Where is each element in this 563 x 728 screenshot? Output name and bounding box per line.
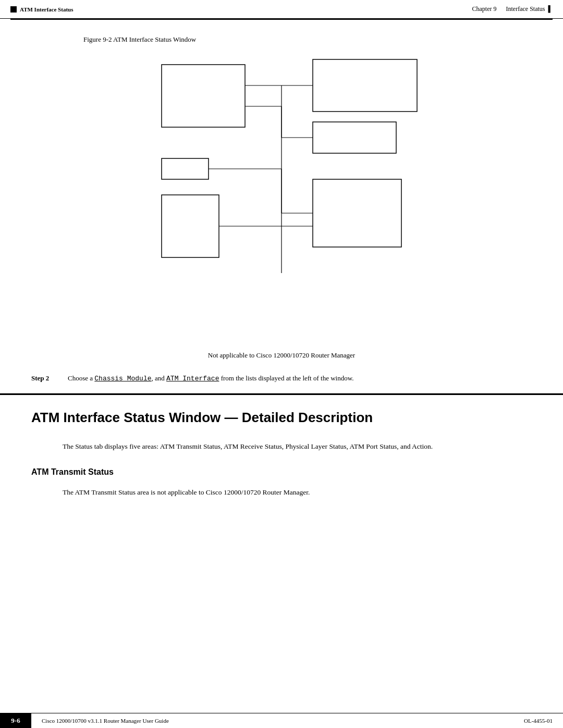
step-text-before: Choose a: [68, 374, 94, 382]
footer-page-number: 9-6: [0, 713, 31, 728]
svg-rect-3: [313, 59, 417, 112]
svg-rect-4: [313, 122, 396, 153]
svg-rect-2: [162, 195, 219, 257]
header-square-icon: [10, 6, 17, 13]
svg-rect-1: [162, 158, 209, 179]
chassis-module-text: Chassis Module: [94, 375, 151, 382]
not-applicable-note: Not applicable to Cisco 12000/10720 Rout…: [0, 351, 563, 360]
footer: 9-6 Cisco 12000/10700 v3.1.1 Router Mana…: [0, 713, 563, 728]
sub-heading: ATM Transmit Status: [0, 462, 563, 482]
footer-document-title: Cisco 12000/10700 v3.1.1 Router Manager …: [31, 714, 513, 727]
step-text-after: from the lists displayed at the left of …: [219, 374, 353, 382]
svg-rect-0: [162, 65, 245, 127]
header-right: Chapter 9 Interface Status ▌: [472, 5, 553, 13]
header-breadcrumb: ATM Interface Status: [20, 6, 73, 13]
header-left: ATM Interface Status: [10, 6, 73, 13]
diagram-svg: [104, 54, 459, 325]
figure-caption: Figure 9-2 ATM Interface Status Window: [83, 35, 563, 44]
svg-rect-5: [313, 179, 401, 247]
chapter-label: Chapter 9: [472, 5, 497, 13]
step-content: Choose a Chassis Module, and ATM Interfa…: [68, 374, 542, 382]
step-section: Step 2 Choose a Chassis Module, and ATM …: [0, 368, 563, 393]
step-label: Step 2: [31, 374, 68, 382]
diagram-area: [0, 54, 563, 346]
chapter-title: Interface Status: [506, 5, 545, 13]
step-text-middle: , and: [152, 374, 167, 382]
atm-interface-text: ATM Interface: [166, 375, 219, 382]
footer-doc-number: OL-4455-01: [513, 714, 563, 727]
body-paragraph: The Status tab displays five areas: ATM …: [0, 436, 563, 462]
header-bar: ATM Interface Status Chapter 9 Interface…: [0, 0, 563, 19]
sub-body-paragraph: The ATM Transmit Status area is not appl…: [0, 482, 563, 508]
top-rule: [10, 19, 553, 20]
main-heading: ATM Interface Status Window — Detailed D…: [0, 395, 563, 436]
